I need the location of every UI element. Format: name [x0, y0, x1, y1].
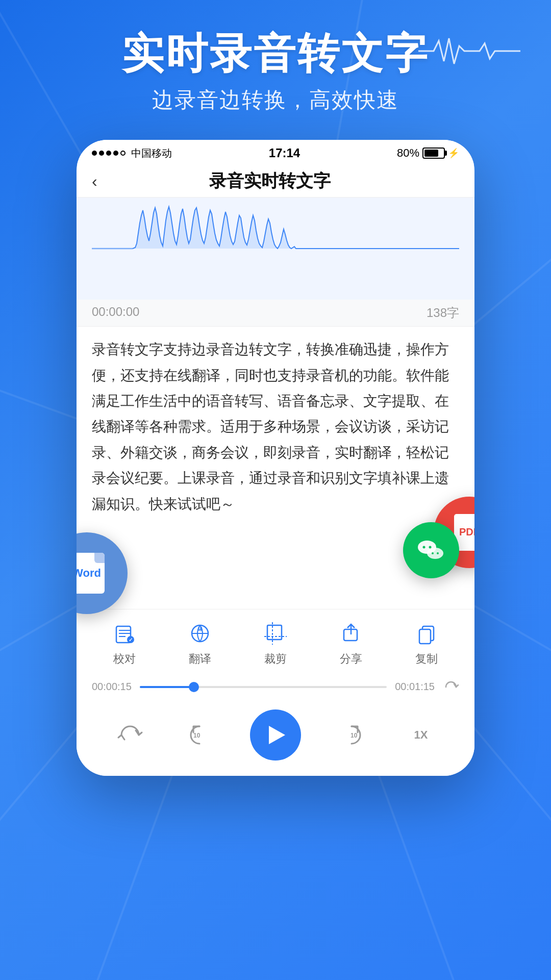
transcript-text: 录音转文字支持边录音边转文字，转换准确迅捷，操作方便，还支持在线翻译，同时也支持…: [77, 327, 474, 527]
progress-track[interactable]: [140, 686, 387, 688]
svg-point-4: [429, 546, 432, 548]
wechat-badge[interactable]: [403, 522, 459, 578]
waveform-svg: [92, 203, 459, 295]
phone-mockup: 中国移动 17:14 80% ⚡ ‹ 录音实时转文字 00:00:: [77, 140, 474, 776]
share-icon: [337, 620, 365, 647]
lightning-icon: ⚡: [448, 148, 459, 159]
battery-percent: 80%: [397, 146, 419, 160]
signal-dot-2: [99, 151, 104, 156]
battery-fill: [424, 150, 438, 157]
toolbar-edit[interactable]: ✓ 校对: [111, 620, 138, 667]
loop-button[interactable]: [116, 721, 144, 749]
playback-controls: 10 10 1X: [77, 702, 474, 776]
waveform-container: [77, 198, 474, 300]
toolbar-crop-label: 裁剪: [264, 651, 287, 667]
svg-text:✓: ✓: [129, 637, 133, 643]
signal-dot-3: [106, 151, 111, 156]
word-label: Word: [77, 567, 101, 580]
word-count: 138字: [427, 305, 459, 321]
audio-time: 00:00:00: [92, 305, 139, 321]
toolbar-copy[interactable]: 复制: [413, 620, 440, 667]
signal-dots: [92, 151, 126, 156]
speed-button[interactable]: 1X: [407, 721, 435, 749]
signal-dot-4: [113, 151, 118, 156]
svg-rect-21: [419, 629, 431, 644]
battery-icon: [422, 148, 445, 159]
progress-current: 00:00:15: [92, 681, 132, 693]
progress-bar-container: 00:00:15 00:01:15: [77, 672, 474, 702]
word-badge[interactable]: Word: [77, 532, 128, 614]
nav-title: 录音实时转文字: [97, 169, 443, 193]
toolbar-copy-label: 复制: [415, 651, 438, 667]
wechat-icon: [415, 534, 447, 567]
svg-point-5: [432, 552, 434, 554]
word-doc-icon: Word: [77, 553, 105, 594]
toolbar-translate-label: 翻译: [189, 651, 211, 667]
toolbar-share[interactable]: 分享: [337, 620, 365, 667]
svg-text:译: 译: [198, 627, 203, 632]
header: 实时录音转文字 边录音边转换，高效快速: [0, 0, 551, 130]
play-triangle-icon: [269, 726, 285, 744]
loop-icon: [116, 721, 144, 749]
svg-point-3: [423, 546, 425, 548]
svg-point-6: [437, 552, 439, 554]
progress-total: 00:01:15: [395, 681, 435, 693]
progress-fill: [140, 686, 194, 688]
edit-icon: ✓: [111, 620, 138, 647]
svg-text:10: 10: [193, 732, 201, 739]
toolbar-crop[interactable]: 裁剪: [262, 620, 289, 667]
toolbar-translate[interactable]: 译 翻译: [186, 620, 214, 667]
svg-rect-16: [267, 625, 282, 640]
audio-info: 00:00:00 138字: [77, 300, 474, 327]
carrier-label: 中国移动: [131, 146, 172, 160]
play-button[interactable]: [250, 709, 301, 761]
status-right: 80% ⚡: [397, 146, 459, 160]
status-bar: 中国移动 17:14 80% ⚡: [77, 140, 474, 164]
toolbar: ✓ 校对 译 翻译: [77, 609, 474, 672]
back-button[interactable]: ‹: [92, 172, 97, 191]
pdf-label: PDF: [459, 526, 474, 538]
speed-icon: 1X: [407, 721, 435, 749]
header-subtitle: 边录音边转换，高效快速: [20, 86, 531, 114]
status-time: 17:14: [269, 146, 300, 160]
svg-point-2: [427, 548, 443, 559]
heartbeat-icon: [418, 36, 520, 66]
forward10-icon: 10: [340, 721, 368, 749]
signal-dot-1: [92, 151, 97, 156]
svg-text:10: 10: [350, 732, 358, 739]
progress-thumb[interactable]: [189, 682, 199, 692]
floating-area: Word PDF: [77, 527, 474, 609]
copy-icon: [413, 620, 440, 647]
status-left: 中国移动: [92, 146, 172, 160]
forward10-button[interactable]: 10: [340, 721, 368, 749]
toolbar-edit-label: 校对: [113, 651, 136, 667]
toolbar-share-label: 分享: [340, 651, 362, 667]
loop-btn[interactable]: [443, 679, 459, 695]
nav-bar: ‹ 录音实时转文字: [77, 164, 474, 198]
rewind10-icon: 10: [183, 721, 211, 749]
translate-icon: 译: [186, 620, 214, 647]
signal-dot-5: [120, 151, 126, 156]
crop-icon: [262, 620, 289, 647]
rewind10-button[interactable]: 10: [183, 721, 211, 749]
svg-text:1X: 1X: [414, 728, 428, 741]
